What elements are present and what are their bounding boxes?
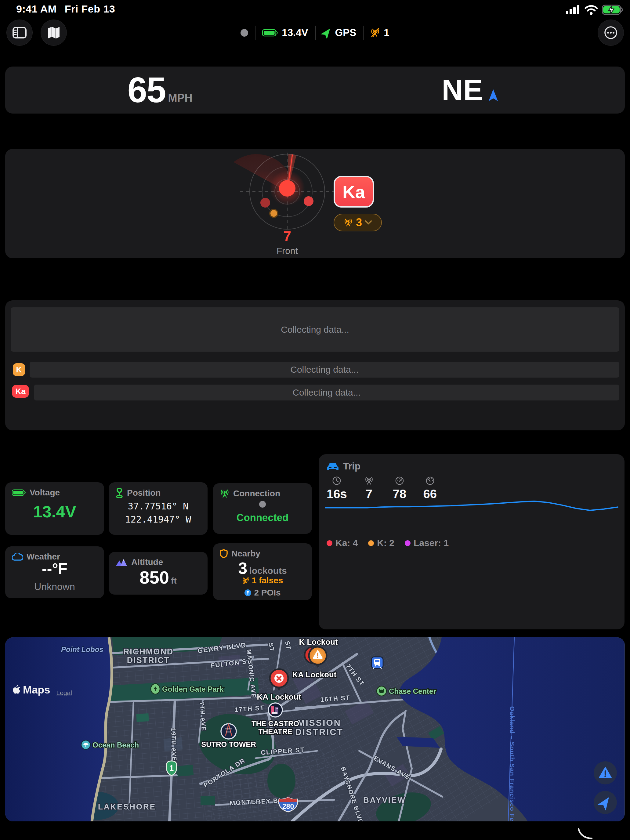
pois-summary-text: 2 POIs xyxy=(254,588,281,598)
altitude-unit: ft xyxy=(171,576,177,586)
speed-value: 65 xyxy=(127,69,166,111)
collecting-text-ka: Collecting data... xyxy=(292,387,360,398)
connection-card-label: Connection xyxy=(233,489,280,499)
more-options-button[interactable] xyxy=(598,19,624,46)
date-text: Fri Feb 13 xyxy=(65,3,115,15)
history-row-ka: Collecting data... xyxy=(34,385,619,401)
shield-icon xyxy=(220,549,228,558)
label-chase-center: Chase Center xyxy=(389,687,436,695)
weather-condition: Unknown xyxy=(34,581,75,592)
altitude-card: Altitude 850 ft xyxy=(109,552,208,595)
gauge-icon xyxy=(425,476,435,485)
apple-logo-icon xyxy=(13,685,21,695)
legal-link[interactable]: Legal xyxy=(56,689,72,696)
trip-alerts-stat: 7 xyxy=(360,476,377,501)
false-alert-antenna-icon xyxy=(370,28,380,38)
speedometer-icon xyxy=(395,476,404,485)
label-ka-lockout-1: KA Lockout xyxy=(292,670,337,679)
label-19th-ave: 19TH AVE xyxy=(170,728,178,761)
status-bar: 9:41 AMFri Feb 13 xyxy=(0,0,630,18)
legend-item-laser: Laser: 1 xyxy=(405,538,449,548)
altitude-value: 850 xyxy=(139,567,169,587)
pois-summary: 2 POIs xyxy=(244,588,281,598)
position-card: Position 37.77516° N 122.41947° W xyxy=(109,482,208,535)
clock-text: 9:41 AM xyxy=(16,3,57,15)
label-mission-district: DISTRICT xyxy=(295,727,343,737)
route-280-number: 280 xyxy=(282,802,294,810)
warning-triangle-icon xyxy=(598,767,612,779)
map-canvas: Point Lobos RICHMOND DISTRICT GEARY BLVD… xyxy=(5,637,625,821)
label-ocean-beach: Ocean Beach xyxy=(93,741,139,749)
trip-panel: Trip 16s 7 78 66 Ka: 4 K: 2 Laser: 1 xyxy=(319,454,625,629)
connection-antenna-icon xyxy=(220,489,229,499)
falses-summary-text: 1 falses xyxy=(252,576,283,586)
collecting-text: Collecting data... xyxy=(281,324,349,335)
connection-indicator-dot xyxy=(259,501,266,508)
signal-count-value: 3 xyxy=(356,216,362,229)
nearby-card: Nearby 3 lockouts 1 falses 2 POIs xyxy=(213,543,312,600)
label-the-castro: THE CASTRO xyxy=(251,720,299,728)
battery-icon xyxy=(12,489,26,496)
gps-status-label: GPS xyxy=(335,27,357,38)
position-card-label: Position xyxy=(127,488,161,498)
ellipsis-circle-icon xyxy=(604,26,617,39)
screen-corner-curl xyxy=(578,828,592,839)
poi-pin-icon xyxy=(244,589,251,597)
altitude-card-label: Altitude xyxy=(131,557,163,567)
weather-card: Weather --°F Unknown xyxy=(5,546,104,598)
heading-value: NE xyxy=(442,73,483,107)
wifi-icon xyxy=(584,5,598,15)
gps-status: GPS xyxy=(322,27,357,38)
legend-label-k: K: 2 xyxy=(377,538,394,548)
badge-ka-label: Ka xyxy=(15,387,25,396)
speed-heading-panel: 65 MPH NE xyxy=(5,66,625,114)
recenter-location-button[interactable] xyxy=(594,791,617,814)
route-1-number: 1 xyxy=(169,763,174,772)
collecting-text-k: Collecting data... xyxy=(290,365,358,375)
label-k-lockout: K Lockout xyxy=(299,637,338,646)
bluetooth-status-dot xyxy=(240,29,248,36)
voltage-card-value: 13.4V xyxy=(33,502,76,521)
speed-readout: 65 MPH xyxy=(5,69,315,111)
signal-history-panel: Collecting data... K Collecting data... … xyxy=(5,300,625,430)
signal-direction-label: Front xyxy=(276,246,298,256)
lockouts-count: 3 xyxy=(238,559,247,578)
trip-panel-label: Trip xyxy=(343,461,360,472)
report-alert-button[interactable] xyxy=(594,761,617,785)
mountains-icon xyxy=(115,558,128,567)
battery-icon xyxy=(262,29,278,37)
radar-scope: 7 Front xyxy=(5,149,625,258)
label-richmond-district: DISTRICT xyxy=(127,656,170,665)
voltage-card-label: Voltage xyxy=(30,488,60,497)
battery-charging-icon xyxy=(602,4,623,15)
falses-summary: 1 falses xyxy=(242,576,283,586)
trip-stats-row: 16s 7 78 66 xyxy=(327,476,439,501)
legend-item-ka: Ka: 4 xyxy=(327,538,358,548)
status-cards: Voltage 13.4V Position 37.77516° N 122.4… xyxy=(5,482,313,601)
history-row-all: Collecting data... xyxy=(11,307,619,352)
label-ka-lockout-2: KA Lockout xyxy=(257,692,301,701)
signal-count-dropdown[interactable]: 3 xyxy=(334,214,382,231)
trip-avg-speed-stat: 66 xyxy=(422,476,439,501)
device-status-strip: 13.4V GPS 1 xyxy=(0,22,630,43)
gps-arrow-icon xyxy=(320,26,334,39)
antenna-icon xyxy=(344,218,353,227)
trip-duration-stat: 16s xyxy=(327,476,347,501)
label-theatre: THEATRE xyxy=(258,727,292,736)
position-pin-icon xyxy=(115,488,123,498)
cellular-signal-icon xyxy=(566,5,581,15)
radar-scope-panel: 7 Front Ka 3 xyxy=(5,149,625,258)
temperature-value: --°F xyxy=(42,560,68,578)
speed-unit: MPH xyxy=(168,92,193,104)
heading-arrow-icon xyxy=(488,89,499,101)
transit-station-icon[interactable] xyxy=(371,657,383,669)
longitude-value: 122.41947° W xyxy=(125,513,191,526)
map-view[interactable]: Point Lobos RICHMOND DISTRICT GEARY BLVD… xyxy=(5,637,625,821)
location-arrow-icon xyxy=(597,794,614,811)
latitude-value: 37.77516° N xyxy=(125,500,191,513)
voltage-status-value: 13.4V xyxy=(282,27,308,38)
maps-brand-text: Maps xyxy=(23,684,50,696)
label-bayview: BAYVIEW xyxy=(363,796,406,805)
legend-dot-laser xyxy=(405,540,411,546)
label-golden-gate-park: Golden Gate Park xyxy=(162,685,224,693)
